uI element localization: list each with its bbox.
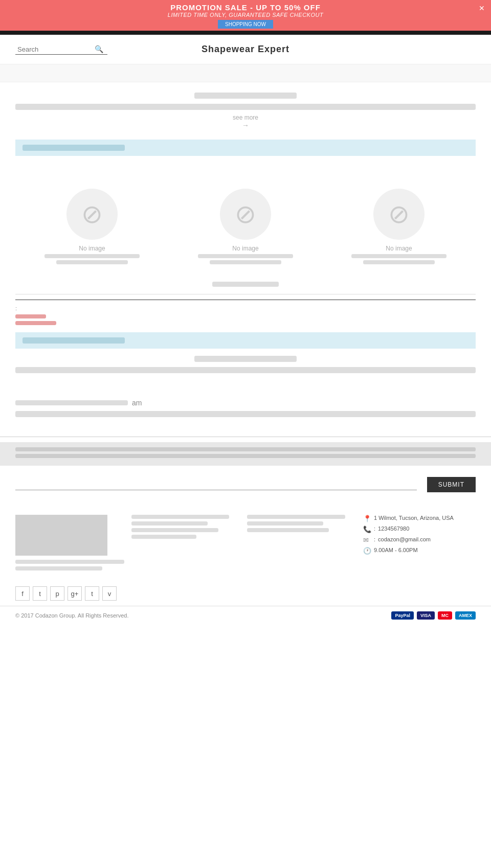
social-pinterest[interactable]: p xyxy=(50,586,64,601)
social-icons: f t p g+ t v xyxy=(0,581,491,606)
footer-col2-bar-1 xyxy=(131,515,229,519)
shopping-now-button[interactable]: SHOPPING NOW xyxy=(218,20,273,29)
no-image-text-2: No image xyxy=(186,245,305,252)
product-bar-1b xyxy=(56,260,127,264)
detail-colon: : xyxy=(15,305,476,311)
see-more: see more → xyxy=(15,114,476,129)
contact-address-text: 1 Wilmot, Tucson, Arizona, USA xyxy=(374,515,454,521)
contact-hours: 🕐 9.00AM - 6.00PM xyxy=(363,547,476,555)
loading-bar-full-1 xyxy=(15,104,476,110)
load-area-2 xyxy=(15,356,476,373)
social-twitter[interactable]: t xyxy=(33,586,47,601)
footer-bar-1 xyxy=(15,447,476,451)
product-image-1: ⊘ xyxy=(66,189,118,240)
contact-email-prefix: : xyxy=(374,536,375,542)
product-bar-2b xyxy=(210,260,281,264)
social-vimeo[interactable]: v xyxy=(102,586,117,601)
submit-button[interactable]: SUBMIT xyxy=(427,477,476,492)
pagination-bar xyxy=(212,282,279,287)
footer-col3-bar-3 xyxy=(247,528,329,532)
main-divider xyxy=(0,437,491,437)
section-header-bar-1 xyxy=(15,140,476,156)
footer-col2-bar-2 xyxy=(131,521,208,526)
site-title: Shapewear Expert xyxy=(107,44,384,55)
section-bar-label-2 xyxy=(23,337,125,344)
footer-col3-bar-1 xyxy=(247,515,345,519)
footer-contact: 📍 1 Wilmot, Tucson, Arizona, USA 📞 : 123… xyxy=(363,515,476,573)
product-card-1: ⊘ No image xyxy=(28,184,157,271)
am-bar xyxy=(15,400,128,405)
subscribe-input[interactable] xyxy=(15,481,417,488)
search-icon[interactable]: 🔍 xyxy=(95,45,103,53)
footer-bar-2 xyxy=(15,454,476,458)
footer-col3-bar-2 xyxy=(247,521,323,526)
contact-phone-prefix: : xyxy=(374,526,375,532)
copyright-text: © 2017 Codazon Group. All Rights Reserve… xyxy=(15,612,129,619)
footer-col-3 xyxy=(247,515,356,573)
see-more-arrow: → xyxy=(15,121,476,129)
dark-bar xyxy=(0,31,491,35)
address-icon: 📍 xyxy=(363,515,371,522)
footer-col-2 xyxy=(131,515,240,573)
contact-phone-number: 1234567980 xyxy=(378,526,409,532)
header: 🔍 Shapewear Expert xyxy=(0,35,491,64)
amex-badge: AMEX xyxy=(455,611,476,620)
product-image-3: ⊘ xyxy=(373,189,425,240)
email-icon: ✉ xyxy=(363,536,371,544)
footer-logo-box xyxy=(15,515,107,556)
am-section: am xyxy=(15,399,476,407)
search-area: 🔍 xyxy=(15,44,107,55)
promo-close-button[interactable]: ✕ xyxy=(479,4,485,12)
contact-hours-text: 9.00AM - 6.00PM xyxy=(374,547,418,553)
spacer-2 xyxy=(15,383,476,399)
social-facebook[interactable]: f xyxy=(15,586,30,601)
footer-top xyxy=(0,442,491,466)
mastercard-badge: MC xyxy=(438,611,452,620)
loading-bar-am xyxy=(15,411,476,417)
loading-bar-title-1 xyxy=(194,93,297,99)
social-tumblr[interactable]: t xyxy=(85,586,99,601)
am-text: am xyxy=(132,399,142,407)
paypal-badge: PayPal xyxy=(391,611,414,620)
promo-title: PROMOTION SALE - UP TO 50% OFF xyxy=(15,3,476,12)
section-1: see more → xyxy=(15,93,476,129)
detail-bar-2 xyxy=(15,321,56,325)
no-image-icon-3: ⊘ xyxy=(388,199,410,229)
footer-col-bar-1 xyxy=(15,560,124,564)
no-image-text-3: No image xyxy=(340,245,458,252)
main-content: see more → ⊘ No image ⊘ No image xyxy=(0,82,491,431)
see-more-text[interactable]: see more xyxy=(233,114,258,121)
details-section: : xyxy=(15,300,476,325)
product-bar-3a xyxy=(351,254,447,258)
footer-col2-bar-3 xyxy=(131,528,218,532)
contact-address: 📍 1 Wilmot, Tucson, Arizona, USA xyxy=(363,515,476,522)
pagination xyxy=(15,282,476,287)
contact-phone: 📞 : 1234567980 xyxy=(363,526,476,533)
search-input[interactable] xyxy=(15,44,95,54)
product-bar-1a xyxy=(44,254,140,258)
product-card-2: ⊘ No image xyxy=(181,184,310,271)
detail-bar-1 xyxy=(15,314,46,318)
loading-bar-full-2 xyxy=(15,367,476,373)
product-bar-3b xyxy=(363,260,434,264)
section-bar-label-1 xyxy=(23,145,125,151)
footer-col2-bar-4 xyxy=(131,535,197,539)
promo-banner: PROMOTION SALE - UP TO 50% OFF LIMITED T… xyxy=(0,0,491,31)
product-card-3: ⊘ No image xyxy=(334,184,463,271)
loading-bar-title-2 xyxy=(194,356,297,362)
spacer-1 xyxy=(15,163,476,184)
phone-icon: 📞 xyxy=(363,526,371,533)
product-bar-2a xyxy=(198,254,293,258)
nav-bar xyxy=(0,64,491,82)
divider-1 xyxy=(15,294,476,294)
footer-col-bar-2 xyxy=(15,566,102,570)
products-grid: ⊘ No image ⊘ No image ⊘ No image xyxy=(15,184,476,271)
no-image-icon-2: ⊘ xyxy=(235,199,256,229)
promo-subtitle: LIMITED TIME ONLY, GUARANTEED SAFE CHECK… xyxy=(15,12,476,18)
social-googleplus[interactable]: g+ xyxy=(68,586,82,601)
clock-icon: 🕐 xyxy=(363,547,371,555)
footer-col-logo xyxy=(15,515,124,573)
visa-badge: VISA xyxy=(417,611,435,620)
contact-email-text: codazon@gmail.com xyxy=(378,536,431,542)
no-image-icon-1: ⊘ xyxy=(81,199,103,229)
